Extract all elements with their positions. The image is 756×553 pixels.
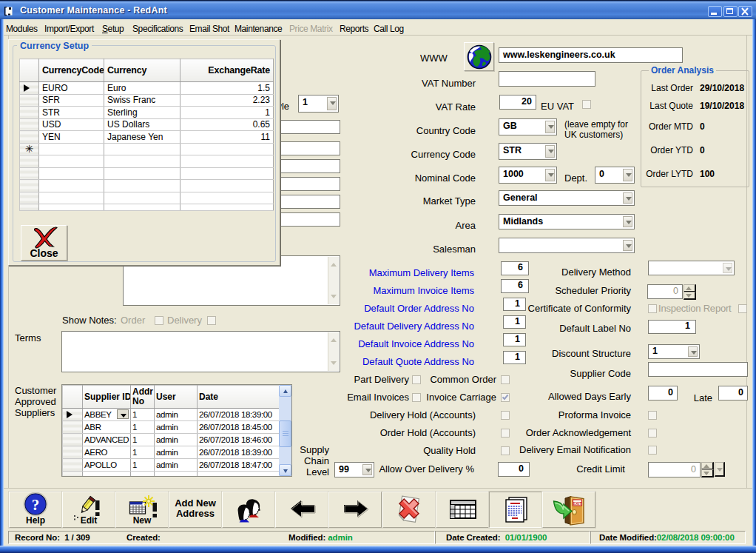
svg-text:?: ? <box>32 496 40 514</box>
svg-text:EXIT: EXIT <box>573 501 582 506</box>
